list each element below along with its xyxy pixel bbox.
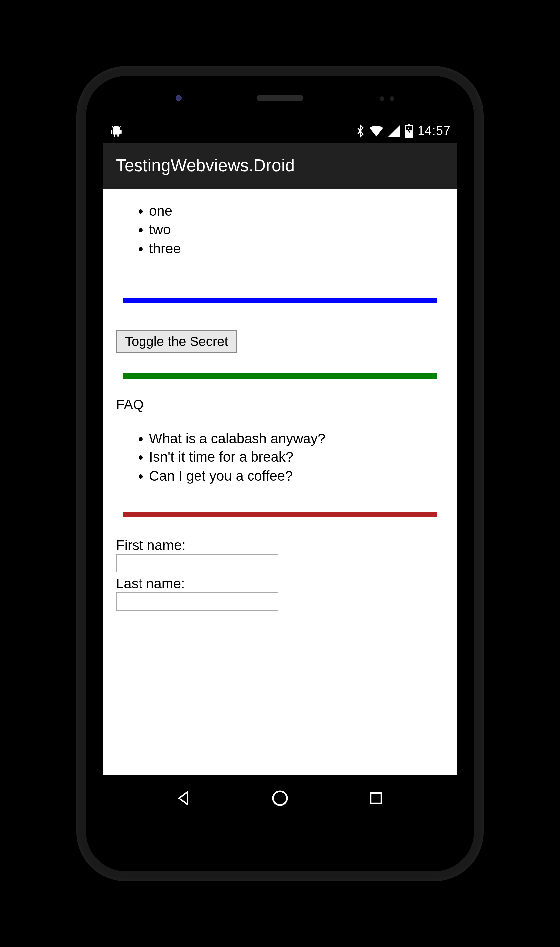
bluetooth-icon [355,124,365,138]
divider-green [123,373,437,379]
number-list: one two three [116,202,444,258]
faq-item: Isn't it time for a break? [149,448,444,467]
camera-dot [175,95,182,101]
phone-speaker [257,95,303,101]
webview-content: one two three Toggle the Secret FAQ What… [103,189,457,775]
recent-apps-button[interactable] [366,788,386,808]
name-form: First name: Last name: [116,537,444,611]
last-name-label: Last name: [116,576,444,592]
android-debug-icon [109,124,123,138]
status-bar: 14:57 [103,119,457,143]
home-button[interactable] [270,788,290,808]
svg-rect-6 [117,134,118,137]
svg-rect-5 [114,134,115,137]
proximity-sensor-2 [390,97,394,101]
phone-screen: 14:57 TestingWebviews.Droid one two thre… [103,119,457,822]
cellular-signal-icon [388,125,400,137]
list-item: one [149,202,444,221]
faq-heading: FAQ [116,397,444,413]
svg-rect-3 [111,129,112,134]
svg-point-10 [273,791,287,805]
navigation-bar [103,775,457,822]
proximity-sensor [380,97,385,101]
divider-blue [123,298,437,303]
status-left [109,124,355,138]
list-item: three [149,239,444,258]
back-button[interactable] [174,788,194,808]
list-item: two [149,220,444,239]
first-name-input[interactable] [116,554,278,573]
phone-inner-frame: 14:57 TestingWebviews.Droid one two thre… [86,76,474,872]
faq-list: What is a calabash anyway? Isn't it time… [116,429,444,486]
first-name-label: First name: [116,537,444,553]
phone-device-frame: 14:57 TestingWebviews.Droid one two thre… [76,66,484,881]
wifi-icon [369,125,384,137]
faq-item: What is a calabash anyway? [149,429,444,448]
svg-rect-2 [113,129,120,134]
app-title: TestingWebviews.Droid [116,156,295,176]
faq-item: Can I get you a coffee? [149,467,444,486]
last-name-input[interactable] [116,592,278,611]
app-bar: TestingWebviews.Droid [103,143,457,189]
status-time: 14:57 [417,124,451,138]
divider-red [123,512,437,517]
svg-rect-4 [120,129,122,134]
svg-rect-11 [371,793,382,804]
status-right: 14:57 [355,124,451,138]
toggle-secret-button[interactable]: Toggle the Secret [116,330,237,353]
battery-charging-icon [404,124,414,138]
